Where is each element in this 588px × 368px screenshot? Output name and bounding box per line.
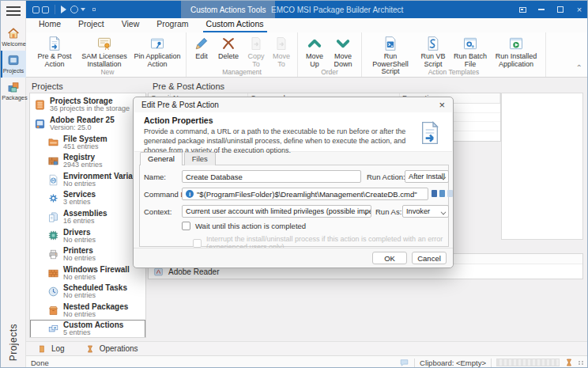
context-select[interactable]: Current user account with limited privil… bbox=[182, 205, 371, 218]
info-icon: i bbox=[186, 190, 194, 198]
edit-button[interactable]: Edit bbox=[190, 34, 213, 61]
tray-icon[interactable] bbox=[513, 1, 532, 18]
qat-package-icon[interactable] bbox=[32, 6, 40, 13]
move-to-button[interactable]: Move To bbox=[269, 34, 294, 68]
tree-item-services[interactable]: Services3 entries bbox=[30, 189, 145, 208]
qat-package-build-icon[interactable] bbox=[42, 6, 49, 13]
contextual-tab-chip[interactable]: Custom Actions Tools bbox=[181, 1, 275, 18]
run-application-icon bbox=[508, 36, 524, 51]
run-action-select[interactable]: After Install bbox=[405, 170, 449, 183]
window-controls: × bbox=[513, 1, 588, 18]
tab-general[interactable]: General bbox=[140, 152, 183, 165]
drivers-chip-icon bbox=[47, 230, 59, 241]
messages-bubble-icon[interactable] bbox=[399, 358, 409, 368]
vbscript-file-icon bbox=[425, 36, 441, 51]
tree-item-registry[interactable]: Registry2943 entries bbox=[30, 152, 145, 171]
browse-file-icon[interactable] bbox=[439, 190, 445, 197]
dialog-close-icon[interactable]: × bbox=[439, 100, 445, 110]
tree-item-projects-storage[interactable]: Projects Storage36 projects in the stora… bbox=[30, 96, 145, 115]
custom-actions-icon bbox=[47, 323, 59, 335]
chevron-down-icon bbox=[335, 36, 351, 51]
tree-item-nested-packages[interactable]: Nested PackagesNo entries bbox=[30, 302, 145, 321]
powershell-file-icon bbox=[383, 36, 398, 51]
dialog-heading: Action Properties bbox=[144, 116, 444, 125]
rail-bottom-label: Projects bbox=[1, 324, 26, 362]
properties-panel bbox=[501, 93, 583, 240]
run-installed-app-button[interactable]: Run Installed Application bbox=[490, 34, 542, 68]
tree-item-custom-actions[interactable]: Custom Actions5 entries bbox=[30, 320, 145, 338]
sam-licenses-button[interactable]: SAM Licenses Installation bbox=[77, 34, 132, 68]
tree-item-environment-variables[interactable]: Environment VariablesNo entries bbox=[30, 170, 145, 189]
chevron-up-icon bbox=[307, 36, 322, 51]
ribbon-group-management: Edit Delete Copy To Move To Management bbox=[187, 32, 298, 77]
group-label-management: Management bbox=[187, 68, 297, 76]
quick-access-toolbar bbox=[32, 5, 96, 14]
group-label-new: New bbox=[29, 68, 186, 76]
qat-run-icon[interactable] bbox=[61, 6, 66, 13]
tab-log[interactable]: Log bbox=[37, 344, 65, 354]
run-as-select[interactable]: Invoker bbox=[402, 205, 449, 218]
cancel-button[interactable]: Cancel bbox=[412, 252, 447, 264]
tab-home[interactable]: Home bbox=[36, 17, 64, 32]
move-down-button[interactable]: Move Down bbox=[328, 34, 358, 68]
maximize-button[interactable] bbox=[551, 1, 570, 18]
wait-checkbox[interactable] bbox=[182, 222, 190, 230]
nav-projects[interactable]: Projects bbox=[1, 51, 26, 78]
tab-view[interactable]: View bbox=[119, 17, 143, 32]
tree-item-scheduled-tasks[interactable]: Scheduled TasksNo entries bbox=[30, 283, 145, 302]
tab-operations[interactable]: Operations bbox=[85, 344, 138, 354]
ribbon-group-action-templates: Run PowerShell Script Run VB Script Run … bbox=[362, 32, 546, 77]
close-button[interactable]: × bbox=[570, 1, 588, 18]
tab-custom-actions[interactable]: Custom Actions bbox=[203, 17, 267, 32]
packages-icon bbox=[6, 80, 21, 94]
tab-project[interactable]: Project bbox=[75, 17, 107, 32]
qat-deploy-icon[interactable] bbox=[70, 6, 78, 13]
open-editor-icon[interactable] bbox=[447, 190, 453, 197]
tree-item-windows-firewall[interactable]: Windows FirewallNo entries bbox=[30, 264, 145, 283]
pin-application-button[interactable]: Pin Application Action bbox=[132, 34, 183, 68]
run-vbscript-button[interactable]: Run VB Script bbox=[416, 34, 450, 68]
delete-button[interactable]: Delete bbox=[213, 34, 243, 61]
qat-customize-icon[interactable] bbox=[92, 8, 96, 11]
tree-item-assemblies[interactable]: Assemblies16 entries bbox=[30, 208, 145, 227]
nav-welcome-label: Welcome bbox=[2, 40, 24, 47]
tab-files[interactable]: Files bbox=[184, 152, 216, 165]
tree-item-drivers[interactable]: DriversNo entries bbox=[30, 226, 145, 245]
status-text: Done bbox=[31, 359, 49, 367]
hourglass-status-icon bbox=[564, 358, 574, 367]
minimize-button[interactable] bbox=[532, 1, 551, 18]
menu-icon[interactable] bbox=[6, 6, 21, 16]
collapse-ribbon-icon[interactable]: ⌃ bbox=[576, 63, 582, 72]
titlebar: Custom Actions Tools EMCO MSI Package Bu… bbox=[26, 1, 588, 18]
nav-packages[interactable]: Packages bbox=[1, 78, 26, 104]
log-icon bbox=[37, 344, 47, 354]
resize-grip[interactable] bbox=[579, 361, 584, 365]
qat-dropdown-icon[interactable] bbox=[81, 8, 85, 11]
pre-post-action-button[interactable]: Pre & Post Action bbox=[32, 34, 77, 68]
window-title: EMCO MSI Package Builder Architect bbox=[271, 1, 403, 18]
certificate-icon bbox=[96, 36, 112, 51]
tree-item-adobe-reader[interactable]: Adobe Reader 25Version: 25.0 bbox=[30, 115, 145, 134]
qat-separator bbox=[55, 5, 55, 14]
delete-x-icon bbox=[220, 36, 236, 51]
insert-variable-icon[interactable] bbox=[432, 190, 437, 197]
run-batch-file-button[interactable]: Run Batch File bbox=[450, 34, 490, 68]
name-input[interactable]: Create Database bbox=[182, 170, 361, 183]
ok-button[interactable]: OK bbox=[372, 252, 407, 264]
tab-program[interactable]: Program bbox=[153, 17, 191, 32]
command-line-input[interactable]: i"$(ProgramFilesFolder)$\Dreamlight\Mana… bbox=[182, 188, 428, 200]
nav-welcome[interactable]: Welcome bbox=[1, 24, 26, 51]
projects-panel-title: Projects bbox=[32, 82, 63, 91]
nav-packages-label: Packages bbox=[2, 94, 24, 101]
tree-item-printers[interactable]: PrintersNo entries bbox=[30, 245, 145, 264]
actions-panel-title: Pre & Post Actions bbox=[153, 82, 224, 91]
dialog-footer: OK Cancel bbox=[134, 248, 453, 267]
move-up-button[interactable]: Move Up bbox=[301, 34, 328, 68]
nav-rail: Welcome Projects Packages Projects bbox=[1, 1, 26, 368]
package-box-icon bbox=[47, 305, 59, 317]
dialog-title: Edit Pre & Post Action bbox=[141, 101, 219, 109]
clipboard-status: Clipboard: <Empty> bbox=[420, 359, 486, 367]
tree-item-file-system[interactable]: File System451 entries bbox=[30, 133, 145, 152]
copy-to-button[interactable]: Copy To bbox=[243, 34, 269, 68]
edit-pre-post-action-dialog: Edit Pre & Post Action × Action Properti… bbox=[133, 97, 454, 268]
